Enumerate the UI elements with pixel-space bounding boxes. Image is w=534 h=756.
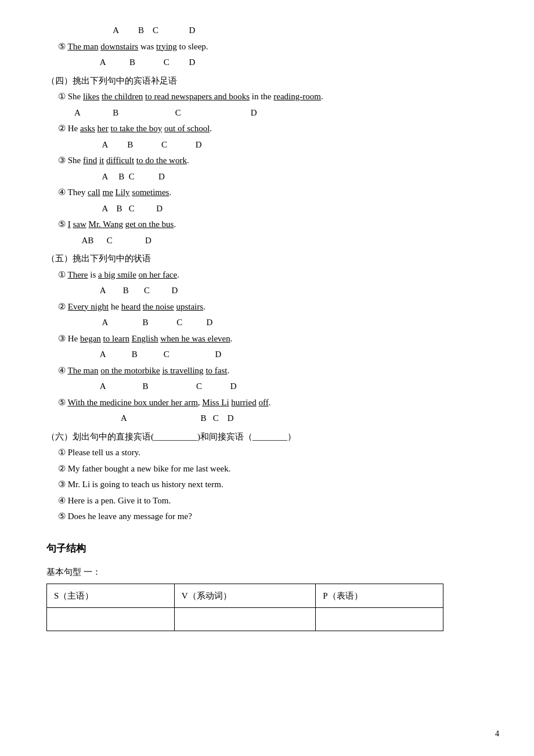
basic-sentence-subtitle: 基本句型 一：: [46, 564, 488, 580]
s5-item2-abcd: A B C D: [46, 315, 488, 330]
s5-item1-abcd: A B C D: [46, 283, 488, 298]
table-cell-p: [316, 607, 443, 631]
page-content: A B C D ⑤ The man downstairs was trying …: [46, 23, 488, 631]
s4-item3: ③ She find it difficult to do the work.: [46, 153, 488, 168]
s4-item2-abcd: A B C D: [46, 138, 488, 153]
s5-item5: ⑤ With the medicine box under her arm, M…: [46, 395, 488, 411]
basic-sentence-table: S（主语） V（系动词） P（表语）: [46, 584, 443, 631]
table-cell-s: [47, 607, 175, 631]
s4-item5-abcd: AB C D: [46, 233, 488, 249]
table-header-v: V（系动词）: [174, 584, 316, 607]
s5-item4-abcd: A B C D: [46, 379, 488, 394]
s4-item1-abcd: A B C D: [46, 106, 488, 121]
s6-item1: ① Please tell us a story.: [46, 445, 488, 460]
prev-item5: ⑤ The man downstairs was trying to sleep…: [46, 39, 488, 55]
s6-item3: ③ Mr. Li is going to teach us history ne…: [46, 477, 488, 492]
s6-item2: ② My father bought a new bike for me las…: [46, 462, 488, 477]
s4-item5: ⑤ I saw Mr. Wang get on the bus.: [46, 217, 488, 232]
table-header-p: P（表语）: [316, 584, 443, 607]
page-number: 4: [495, 729, 499, 739]
sentence-structure-title: 句子结构: [46, 542, 488, 555]
s4-item4: ④ They call me Lily sometimes.: [46, 185, 488, 200]
section5-wu-title: （五）挑出下列句中的状语: [46, 251, 488, 267]
sentence-structure-section: 句子结构 基本句型 一： S（主语） V（系动词） P（表语）: [46, 542, 488, 631]
table-cell-v: [174, 607, 316, 631]
s6-item5: ⑤ Does he leave any message for me?: [46, 509, 488, 524]
s4-item1: ① She likes the children to read newspap…: [46, 89, 488, 105]
s4-item3-abcd: A B C D: [46, 170, 488, 185]
s5-item5-abcd: A B C D: [46, 411, 488, 426]
table-header-s: S（主语）: [47, 584, 175, 607]
s5-item4: ④ The man on the motorbike is travelling…: [46, 363, 488, 379]
s6-item4: ④ Here is a pen. Give it to Tom.: [46, 494, 488, 509]
top-abcd-row: A B C D: [46, 23, 488, 38]
s4-item4-abcd: A B C D: [46, 201, 488, 217]
s5-item1: ① There is a big smile on her face.: [46, 268, 488, 283]
prev-item5-abcd: A B C D: [46, 55, 488, 70]
s5-item3: ③ He began to learn English when he was …: [46, 332, 488, 347]
s4-item2: ② He asks her to take the boy out of sch…: [46, 121, 488, 136]
s5-item3-abcd: A B C D: [46, 347, 488, 362]
section4-title: （四）挑出下列句中的宾语补足语: [46, 74, 488, 89]
s5-item2: ② Every night he heard the noise upstair…: [46, 300, 488, 315]
section6-title: （六）划出句中的直接宾语(__________)和间接宾语（________）: [46, 430, 488, 445]
